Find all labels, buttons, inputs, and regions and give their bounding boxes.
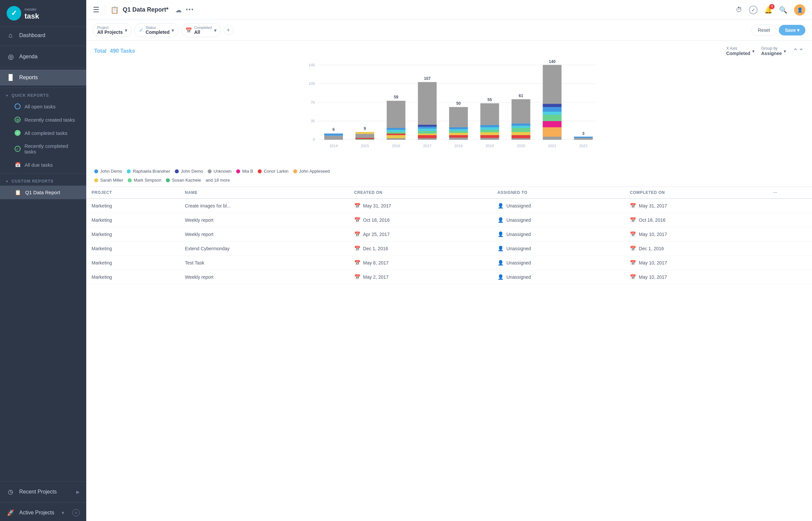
svg-rect-70	[574, 138, 593, 140]
legend-item: Raphaela Brandner	[127, 169, 170, 174]
group-by-chevron: ▾	[784, 49, 786, 54]
svg-rect-40	[449, 131, 468, 133]
chart-controls: X Axis Completed ▾ Group by Assignee ▾ ⌃…	[726, 46, 804, 56]
svg-rect-62	[543, 127, 561, 137]
svg-rect-25	[387, 128, 405, 130]
user-icon: 👤	[497, 246, 504, 252]
logo-icon: ✓	[7, 6, 21, 21]
calendar-icon: 📅	[354, 260, 361, 266]
user-icon: 👤	[497, 231, 504, 237]
sidebar-item-recent-projects[interactable]: ◷ Recent Projects ▶	[0, 483, 86, 500]
group-by-control[interactable]: Group by Assignee ▾	[761, 46, 786, 56]
svg-rect-11	[324, 134, 343, 136]
calendar-icon: 📅	[354, 246, 361, 252]
agenda-icon: ◎	[7, 53, 15, 61]
topbar: ☰ 📋 Q1 Data Report* ☁ ••• ⏱ ✓ 🔔 4 🔍 👤	[86, 0, 812, 20]
svg-rect-54	[512, 135, 530, 138]
sidebar-item-reports[interactable]: ▐▌ Reports	[0, 70, 86, 86]
svg-text:2021: 2021	[548, 144, 556, 148]
add-project-button[interactable]: +	[72, 509, 80, 516]
svg-text:50: 50	[456, 101, 461, 106]
legend-item: John Demo	[94, 169, 122, 174]
menu-button[interactable]: ☰	[93, 6, 100, 14]
chart-area: 0 35 70 105 140 6 2014 9 2015	[86, 59, 812, 165]
svg-rect-66	[543, 107, 561, 112]
sidebar-item-recently-completed[interactable]: ✓ Recently completed tasks	[0, 139, 86, 158]
completed-filter-chevron: ▾	[214, 27, 217, 33]
svg-text:2019: 2019	[486, 144, 494, 148]
collapse-chart-button[interactable]: ⌃⌃	[793, 47, 804, 55]
calendar-filter-icon: 📅	[186, 27, 192, 33]
status-filter-chevron: ▾	[171, 27, 174, 33]
home-icon: ⌂	[7, 31, 15, 39]
svg-rect-24	[387, 130, 405, 132]
expand-icon: ▶	[76, 490, 80, 495]
x-axis-control[interactable]: X Axis Completed ▾	[726, 46, 754, 56]
legend-item: Unknown	[208, 169, 232, 174]
svg-rect-38	[449, 135, 468, 138]
timer-button[interactable]: ⏱	[736, 6, 742, 14]
check-outline-icon: ✓	[15, 146, 21, 152]
user-icon: 👤	[497, 203, 504, 209]
svg-text:35: 35	[311, 119, 315, 123]
quick-reports-header[interactable]: ▼ QUICK REPORTS	[0, 90, 86, 100]
sidebar-item-recently-created[interactable]: ⊕ Recently created tasks	[0, 113, 86, 126]
check-button[interactable]: ✓	[749, 6, 757, 14]
svg-text:105: 105	[308, 82, 315, 86]
svg-rect-31	[418, 131, 436, 134]
save-button[interactable]: Save ▾	[779, 25, 805, 36]
status-filter[interactable]: ✓ Status Completed ▾	[134, 23, 178, 37]
sidebar-item-agenda[interactable]: ◎ Agenda	[0, 48, 86, 65]
svg-text:6: 6	[333, 127, 335, 132]
reset-button[interactable]: Reset	[752, 24, 776, 36]
sidebar-item-all-completed[interactable]: ✓ All completed tasks	[0, 126, 86, 139]
sidebar: ✓ meister task ⌂ Dashboard ◎ Agenda ▐▌ R…	[0, 0, 86, 521]
table-col-more[interactable]: ···	[768, 187, 812, 199]
svg-rect-16	[356, 138, 374, 139]
topbar-actions: ⏱ ✓ 🔔 4 🔍 👤	[736, 4, 805, 16]
nav-divider-3	[0, 88, 86, 88]
user-icon: 👤	[497, 217, 504, 223]
legend-item: Mark Simpson	[128, 178, 161, 183]
svg-text:55: 55	[488, 97, 492, 102]
upload-button[interactable]: ☁	[175, 6, 182, 14]
sidebar-item-q1-report[interactable]: 📋 Q1 Data Report	[0, 186, 86, 199]
main-content: ☰ 📋 Q1 Data Report* ☁ ••• ⏱ ✓ 🔔 4 🔍 👤 Pr…	[86, 0, 812, 521]
svg-rect-23	[387, 132, 405, 134]
notifications-button[interactable]: 🔔 4	[764, 6, 772, 14]
svg-text:140: 140	[549, 59, 556, 64]
svg-text:2016: 2016	[392, 144, 400, 148]
table-col-created_on: CREATED ON	[349, 187, 492, 199]
svg-rect-30	[418, 134, 436, 135]
svg-rect-46	[480, 135, 499, 138]
rocket-icon: 🚀	[7, 509, 15, 516]
sidebar-item-active-projects[interactable]: 🚀 Active Projects ▼ +	[0, 504, 86, 521]
report-doc-icon: 📋	[15, 189, 21, 196]
open-circle-icon	[15, 104, 21, 109]
avatar[interactable]: 👤	[794, 4, 805, 16]
total-label: Total 490 Tasks	[94, 48, 135, 54]
sidebar-item-all-open[interactable]: All open tasks	[0, 100, 86, 113]
add-filter-button[interactable]: +	[223, 25, 234, 35]
table-row: MarketingWeekly report📅Apr 25, 2017👤Unas…	[86, 227, 812, 242]
x-axis-chevron: ▾	[752, 49, 755, 54]
sidebar-item-all-due[interactable]: 📅 All due tasks	[0, 158, 86, 171]
chevron-down-icon-3: ▼	[61, 511, 65, 515]
nav-divider-1	[0, 46, 86, 46]
svg-text:70: 70	[311, 100, 315, 105]
svg-rect-64	[543, 115, 561, 121]
project-filter[interactable]: Project All Projects ▾	[93, 23, 132, 37]
svg-text:2015: 2015	[361, 144, 369, 148]
sidebar-item-dashboard[interactable]: ⌂ Dashboard	[0, 27, 86, 44]
custom-reports-header[interactable]: ▼ CUSTOM REPORTS	[0, 176, 86, 186]
more-options-button[interactable]: •••	[186, 6, 194, 13]
calendar-completed-icon: 📅	[630, 203, 636, 209]
svg-rect-39	[449, 133, 468, 135]
svg-text:140: 140	[308, 63, 315, 67]
search-button[interactable]: 🔍	[779, 6, 788, 14]
table-row: MarketingWeekly report📅May 2, 2017👤Unass…	[86, 270, 812, 285]
svg-rect-67	[543, 104, 561, 107]
user-icon: 👤	[497, 260, 504, 266]
svg-rect-49	[480, 127, 499, 130]
completed-filter[interactable]: 📅 Completed All ▾	[181, 23, 220, 37]
